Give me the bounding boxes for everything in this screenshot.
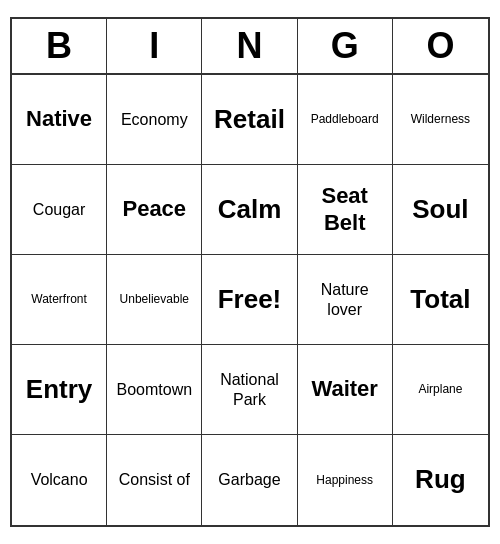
bingo-cell: Soul: [393, 165, 488, 255]
cell-text: Waterfront: [31, 292, 87, 306]
cell-text: Rug: [415, 464, 466, 495]
header-letter: O: [393, 19, 488, 73]
cell-text: Soul: [412, 194, 468, 225]
cell-text: Cougar: [33, 200, 85, 219]
bingo-cell: Peace: [107, 165, 202, 255]
bingo-cell: Entry: [12, 345, 107, 435]
cell-text: National Park: [206, 370, 292, 408]
cell-text: Entry: [26, 374, 92, 405]
bingo-cell: National Park: [202, 345, 297, 435]
bingo-cell: Cougar: [12, 165, 107, 255]
header-letter: G: [298, 19, 393, 73]
cell-text: Wilderness: [411, 112, 470, 126]
bingo-card: BINGO NativeEconomyRetailPaddleboardWild…: [10, 17, 490, 527]
cell-text: Boomtown: [116, 380, 192, 399]
cell-text: Unbelievable: [120, 292, 189, 306]
bingo-cell: Rug: [393, 435, 488, 525]
bingo-cell: Unbelievable: [107, 255, 202, 345]
bingo-cell: Happiness: [298, 435, 393, 525]
cell-text: Free!: [218, 284, 282, 315]
bingo-cell: Garbage: [202, 435, 297, 525]
bingo-cell: Seat Belt: [298, 165, 393, 255]
bingo-cell: Nature lover: [298, 255, 393, 345]
bingo-cell: Paddleboard: [298, 75, 393, 165]
header-letter: N: [202, 19, 297, 73]
bingo-cell: Calm: [202, 165, 297, 255]
cell-text: Total: [410, 284, 470, 315]
cell-text: Waiter: [311, 376, 377, 402]
cell-text: Seat Belt: [302, 183, 388, 236]
cell-text: Airplane: [418, 382, 462, 396]
cell-text: Volcano: [31, 470, 88, 489]
bingo-cell: Retail: [202, 75, 297, 165]
bingo-cell: Volcano: [12, 435, 107, 525]
bingo-cell: Airplane: [393, 345, 488, 435]
bingo-cell: Economy: [107, 75, 202, 165]
cell-text: Happiness: [316, 473, 373, 487]
cell-text: Calm: [218, 194, 282, 225]
bingo-cell: Free!: [202, 255, 297, 345]
bingo-cell: Wilderness: [393, 75, 488, 165]
cell-text: Consist of: [119, 470, 190, 489]
cell-text: Retail: [214, 104, 285, 135]
bingo-grid: NativeEconomyRetailPaddleboardWilderness…: [12, 75, 488, 525]
header-letter: B: [12, 19, 107, 73]
bingo-cell: Consist of: [107, 435, 202, 525]
header-letter: I: [107, 19, 202, 73]
bingo-cell: Boomtown: [107, 345, 202, 435]
bingo-cell: Total: [393, 255, 488, 345]
cell-text: Peace: [122, 196, 186, 222]
bingo-header: BINGO: [12, 19, 488, 75]
cell-text: Nature lover: [302, 280, 388, 318]
bingo-cell: Waterfront: [12, 255, 107, 345]
bingo-cell: Native: [12, 75, 107, 165]
cell-text: Native: [26, 106, 92, 132]
cell-text: Garbage: [218, 470, 280, 489]
bingo-cell: Waiter: [298, 345, 393, 435]
cell-text: Economy: [121, 110, 188, 129]
cell-text: Paddleboard: [311, 112, 379, 126]
